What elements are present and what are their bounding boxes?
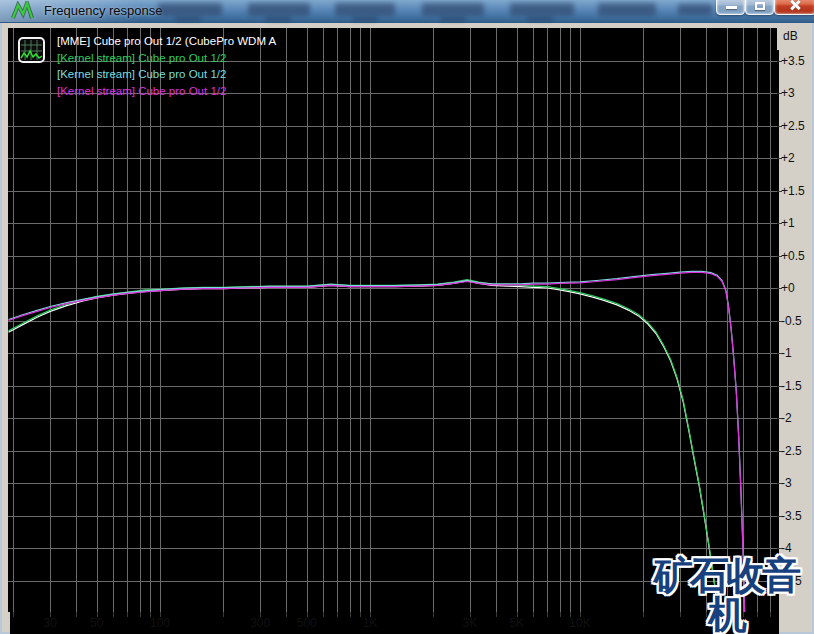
legend-entries: [MME] Cube pro Out 1/2 (CubePro WDM A[Ke…	[57, 33, 276, 99]
plot-area	[10, 50, 779, 634]
background-window-blur	[440, 17, 466, 21]
y-axis-tick-label: -3	[781, 476, 792, 490]
y-axis-tick-label: +1	[781, 216, 795, 230]
background-window-blur	[527, 17, 553, 21]
legend-entry: [MME] Cube pro Out 1/2 (CubePro WDM A	[57, 33, 276, 50]
y-axis-tick-label: -1.5	[781, 379, 802, 393]
background-window-blur	[352, 17, 378, 21]
x-axis-tick-label: 300	[250, 616, 270, 630]
y-axis-unit-label: dB	[783, 29, 798, 43]
x-axis-tick-label: 10K	[569, 616, 590, 630]
window-title: Frequency response	[44, 3, 163, 18]
background-window-blur	[175, 17, 201, 21]
y-axis-tick-label: -3.5	[781, 509, 802, 523]
chart-client-area	[0, 22, 814, 634]
x-axis-tick-label: 30	[44, 616, 57, 630]
y-axis-tick-label: +0	[781, 281, 795, 295]
background-window-blur	[422, 3, 484, 16]
y-axis-tick-label: -1	[781, 346, 792, 360]
maximize-button[interactable]	[745, 0, 774, 15]
y-axis-tick-label: +1.5	[781, 184, 805, 198]
minimize-icon	[726, 6, 737, 9]
title-bar[interactable]: Frequency response	[0, 0, 814, 23]
x-axis-tick-label: 500	[297, 616, 317, 630]
app-waveform-icon	[11, 1, 35, 21]
legend-entry: [Kernel stream] Cube pro Out 1/2	[57, 50, 276, 67]
background-window-blur	[248, 3, 310, 16]
x-axis-tick-label: 5K	[509, 616, 524, 630]
y-axis-tick-label: -4.5	[781, 574, 802, 588]
x-axis-tick-label: 50	[90, 616, 103, 630]
y-axis-tick-label: +2	[781, 151, 795, 165]
background-window-blur	[158, 3, 222, 16]
background-window-blur	[510, 3, 574, 16]
background-window-blur	[335, 3, 395, 16]
legend-entry: [Kernel stream] Cube pro Out 1/2	[57, 66, 276, 83]
x-axis-tick-label: 100	[150, 616, 170, 630]
y-axis-tick-label: -2.5	[781, 444, 802, 458]
y-axis-tick-label: +3.5	[781, 54, 805, 68]
background-window-blur	[265, 17, 291, 21]
spectrum-grid-icon-button[interactable]	[18, 37, 45, 63]
y-axis-tick-label: +3	[781, 86, 795, 100]
y-axis-tick-label: +2.5	[781, 119, 805, 133]
close-icon	[789, 0, 801, 10]
background-window-blur	[678, 4, 712, 15]
frequency-response-window: Frequency response	[0, 0, 814, 634]
background-window-blur	[598, 3, 656, 16]
y-axis-tick-label: -4	[781, 541, 792, 555]
y-axis-tick-label: -0.5	[781, 314, 802, 328]
y-axis-tick-label: -2	[781, 411, 792, 425]
y-axis-tick-label: +0.5	[781, 249, 805, 263]
x-axis-tick-label: 1K	[363, 616, 378, 630]
maximize-icon	[755, 2, 765, 10]
close-button[interactable]	[774, 0, 814, 15]
x-axis-tick-label: 3K	[463, 616, 478, 630]
minimize-button[interactable]	[716, 0, 745, 15]
legend-entry: [Kernel stream] Cube pro Out 1/2	[57, 83, 276, 100]
